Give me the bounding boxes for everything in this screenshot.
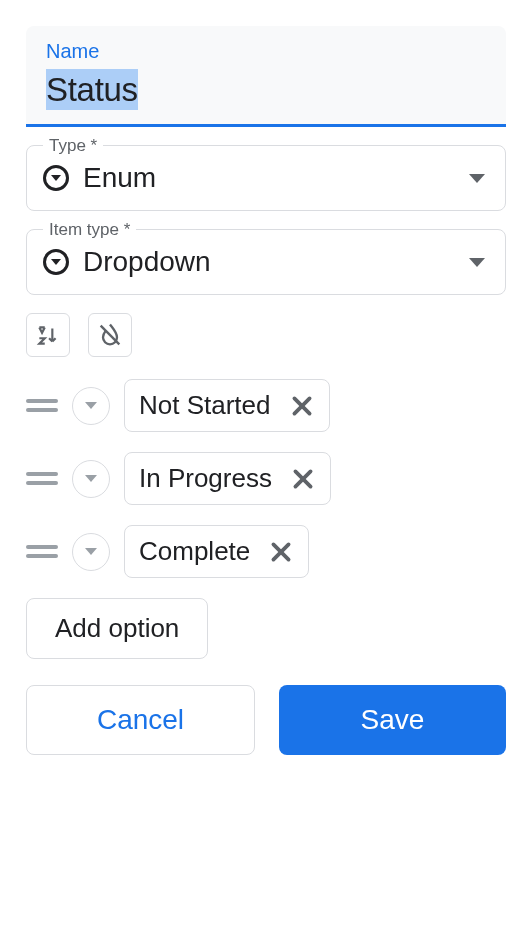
type-value: Enum (83, 162, 455, 194)
remove-option-button[interactable] (289, 393, 315, 419)
option-style-dropdown[interactable] (72, 387, 110, 425)
item-type-value: Dropdown (83, 246, 455, 278)
dropdown-icon (43, 249, 69, 275)
option-label[interactable]: Complete (139, 536, 250, 567)
sort-alpha-icon (35, 322, 61, 348)
sort-alpha-button[interactable] (26, 313, 70, 357)
name-field[interactable]: Name Status (26, 26, 506, 127)
option-row: Not Started (26, 379, 506, 432)
close-icon (289, 393, 315, 419)
close-icon (268, 539, 294, 565)
option-row: In Progress (26, 452, 506, 505)
drag-handle-icon[interactable] (26, 472, 58, 485)
option-chip: Not Started (124, 379, 330, 432)
close-icon (290, 466, 316, 492)
remove-option-button[interactable] (268, 539, 294, 565)
item-type-select[interactable]: Item type * Dropdown (26, 229, 506, 295)
option-style-dropdown[interactable] (72, 533, 110, 571)
drag-handle-icon[interactable] (26, 545, 58, 558)
remove-option-button[interactable] (290, 466, 316, 492)
chevron-down-icon (469, 258, 485, 267)
option-chip: Complete (124, 525, 309, 578)
drag-handle-icon[interactable] (26, 399, 58, 412)
option-chip: In Progress (124, 452, 331, 505)
chevron-down-icon (469, 174, 485, 183)
option-style-dropdown[interactable] (72, 460, 110, 498)
add-option-button[interactable]: Add option (26, 598, 208, 659)
color-off-button[interactable] (88, 313, 132, 357)
save-button[interactable]: Save (279, 685, 506, 755)
column-settings-panel: Name Status Type * Enum Item type * Drop… (0, 0, 532, 781)
type-select[interactable]: Type * Enum (26, 145, 506, 211)
option-label[interactable]: In Progress (139, 463, 272, 494)
options-toolbar (26, 313, 506, 357)
dialog-footer: Cancel Save (26, 685, 506, 755)
type-label: Type * (43, 136, 103, 156)
name-label: Name (46, 40, 486, 63)
name-input[interactable]: Status (46, 69, 138, 110)
enum-icon (43, 165, 69, 191)
cancel-button[interactable]: Cancel (26, 685, 255, 755)
color-off-icon (96, 321, 124, 349)
option-row: Complete (26, 525, 506, 578)
item-type-label: Item type * (43, 220, 136, 240)
option-label[interactable]: Not Started (139, 390, 271, 421)
